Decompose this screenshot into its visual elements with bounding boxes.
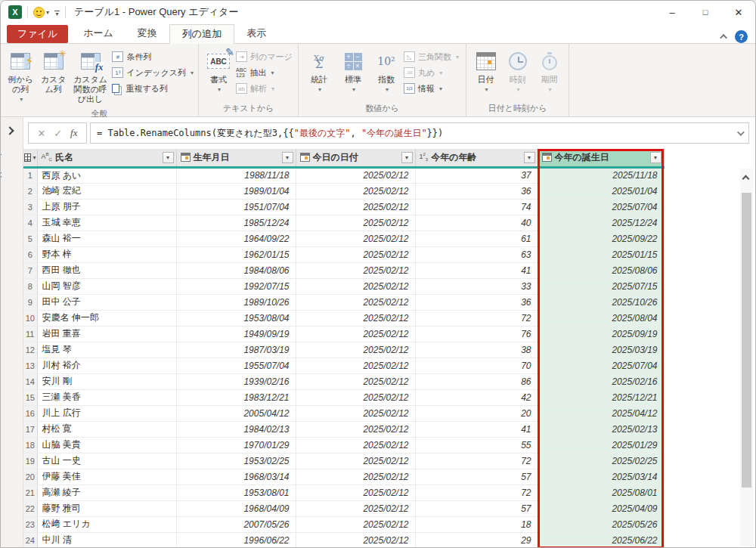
cell-age[interactable]: 29 (415, 532, 538, 548)
feedback-smiley-button[interactable]: ▾ (33, 7, 49, 18)
row-number[interactable]: 16 (23, 405, 37, 421)
cell-today[interactable]: 2025/02/12 (296, 246, 415, 262)
scrollbar-thumb[interactable] (742, 193, 751, 488)
cell-birthdate[interactable]: 1989/01/04 (176, 183, 296, 199)
tab-view[interactable]: 表示 (234, 23, 278, 43)
cell-birthdate[interactable]: 1984/02/13 (176, 421, 296, 437)
statistics-button[interactable]: XσΣ 統計▾ (303, 47, 335, 97)
cell-today[interactable]: 2025/02/12 (296, 500, 415, 516)
cell-birthdate[interactable]: 1964/09/22 (176, 231, 296, 246)
cell-today[interactable]: 2025/02/12 (296, 231, 415, 246)
conditional-column-button[interactable]: ≠ 条件列 (112, 50, 194, 63)
cell-birthdate[interactable]: 1968/04/09 (176, 500, 296, 516)
row-number[interactable]: 9 (23, 294, 37, 310)
cell-age[interactable]: 36 (415, 294, 538, 310)
cell-name[interactable]: 古山 一史 (37, 453, 176, 469)
row-number[interactable]: 15 (23, 389, 37, 405)
row-number[interactable]: 7 (23, 262, 37, 278)
cell-age[interactable]: 76 (415, 326, 538, 342)
cell-birthday-this-year[interactable]: 2025/01/29 (538, 437, 664, 453)
cell-today[interactable]: 2025/02/12 (296, 310, 415, 326)
cell-name[interactable]: 上原 朋子 (37, 199, 176, 215)
cell-birthday-this-year[interactable]: 2025/08/06 (538, 262, 664, 278)
trigonometry-button[interactable]: ◺ 三角関数▾ (404, 50, 459, 63)
cell-birthday-this-year[interactable]: 2025/07/04 (538, 199, 664, 215)
column-header-name[interactable]: ABC氏名 ▾ (37, 149, 176, 167)
filter-button[interactable]: ▾ (282, 152, 293, 163)
cell-birthdate[interactable]: 1984/08/06 (176, 262, 296, 278)
row-number[interactable]: 21 (23, 485, 37, 500)
cell-birthday-this-year[interactable]: 2025/10/26 (538, 294, 664, 310)
cell-today[interactable]: 2025/02/12 (296, 342, 415, 358)
cell-birthday-this-year[interactable]: 2025/01/04 (538, 183, 664, 199)
cell-age[interactable]: 57 (415, 500, 538, 516)
cell-name[interactable]: 塩見 琴 (37, 342, 176, 358)
cell-birthday-this-year[interactable]: 2025/12/24 (538, 215, 664, 231)
cell-name[interactable]: 中川 清 (37, 532, 176, 548)
cell-birthday-this-year[interactable]: 2025/08/01 (538, 485, 664, 500)
cell-age[interactable]: 70 (415, 358, 538, 373)
cell-today[interactable]: 2025/02/12 (296, 389, 415, 405)
cell-birthday-this-year[interactable]: 2025/09/19 (538, 326, 664, 342)
column-header-age[interactable]: 123今年の年齢 ▾ (415, 149, 538, 167)
cell-birthdate[interactable]: 1985/12/24 (176, 215, 296, 231)
maximize-button[interactable]: □ (689, 2, 722, 23)
cell-age[interactable]: 72 (415, 485, 538, 500)
cell-name[interactable]: 野本 梓 (37, 246, 176, 262)
cell-age[interactable]: 74 (415, 199, 538, 215)
cell-birthday-this-year[interactable]: 2025/02/25 (538, 453, 664, 469)
cell-birthday-this-year[interactable]: 2025/03/14 (538, 469, 664, 485)
cell-today[interactable]: 2025/02/12 (296, 326, 415, 342)
expand-formula-bar-icon[interactable] (737, 128, 745, 136)
cell-birthdate[interactable]: 1949/09/19 (176, 326, 296, 342)
cell-name[interactable]: 伊藤 美佳 (37, 469, 176, 485)
cell-birthdate[interactable]: 1988/11/18 (176, 167, 296, 183)
cell-birthday-this-year[interactable]: 2025/02/13 (538, 421, 664, 437)
filter-button[interactable]: ▾ (524, 152, 535, 163)
help-icon[interactable]: ? (735, 30, 748, 43)
row-number[interactable]: 2 (23, 183, 37, 199)
cell-name[interactable]: 岩田 重喜 (37, 326, 176, 342)
tab-home[interactable]: ホーム (71, 23, 125, 43)
cell-age[interactable]: 20 (415, 405, 538, 421)
cell-birthday-this-year[interactable]: 2025/06/22 (538, 532, 664, 548)
cell-today[interactable]: 2025/02/12 (296, 485, 415, 500)
cell-name[interactable]: 森山 裕一 (37, 231, 176, 246)
cell-today[interactable]: 2025/02/12 (296, 294, 415, 310)
cell-today[interactable]: 2025/02/12 (296, 215, 415, 231)
excel-icon[interactable]: X (8, 5, 22, 19)
cell-birthdate[interactable]: 1970/01/29 (176, 437, 296, 453)
row-number[interactable]: 14 (23, 373, 37, 389)
filter-button[interactable]: ▾ (401, 152, 413, 163)
column-from-examples-button[interactable]: ⚡ 例からの列▾ (5, 47, 36, 107)
row-number[interactable]: 1 (23, 167, 37, 183)
row-number[interactable]: 8 (23, 278, 37, 294)
cell-name[interactable]: 安慶名 伸一郎 (37, 310, 176, 326)
cell-birthdate[interactable]: 1992/07/15 (176, 278, 296, 294)
cell-birthdate[interactable]: 1955/07/04 (176, 358, 296, 373)
cell-birthday-this-year[interactable]: 2025/05/26 (538, 516, 664, 532)
invoke-custom-function-button[interactable]: fx カスタム関数の呼び出し (71, 47, 110, 107)
column-header-today[interactable]: 今日の日付 ▾ (296, 149, 415, 167)
row-number[interactable]: 17 (23, 421, 37, 437)
date-button[interactable]: 日付▾ (471, 47, 500, 97)
cell-name[interactable]: 村松 寛 (37, 421, 176, 437)
row-number[interactable]: 11 (23, 326, 37, 342)
cell-name[interactable]: 山脇 美貴 (37, 437, 176, 453)
quick-access-toolbar-dropdown[interactable]: ▾ (54, 8, 60, 17)
cell-birthdate[interactable]: 1953/08/04 (176, 310, 296, 326)
cell-birthdate[interactable]: 1939/02/16 (176, 373, 296, 389)
cell-name[interactable]: 田中 公子 (37, 294, 176, 310)
cell-birthdate[interactable]: 1989/10/26 (176, 294, 296, 310)
cell-age[interactable]: 61 (415, 231, 538, 246)
cell-today[interactable]: 2025/02/12 (296, 278, 415, 294)
cell-today[interactable]: 2025/02/12 (296, 262, 415, 278)
cell-age[interactable]: 41 (415, 421, 538, 437)
cell-age[interactable]: 36 (415, 183, 538, 199)
cell-name[interactable]: 山岡 智彦 (37, 278, 176, 294)
cell-age[interactable]: 37 (415, 167, 538, 183)
cell-age[interactable]: 38 (415, 342, 538, 358)
cell-today[interactable]: 2025/02/12 (296, 405, 415, 421)
parse-button[interactable]: ab 解析▾ (236, 82, 293, 95)
cell-name[interactable]: 玉城 幸恵 (37, 215, 176, 231)
